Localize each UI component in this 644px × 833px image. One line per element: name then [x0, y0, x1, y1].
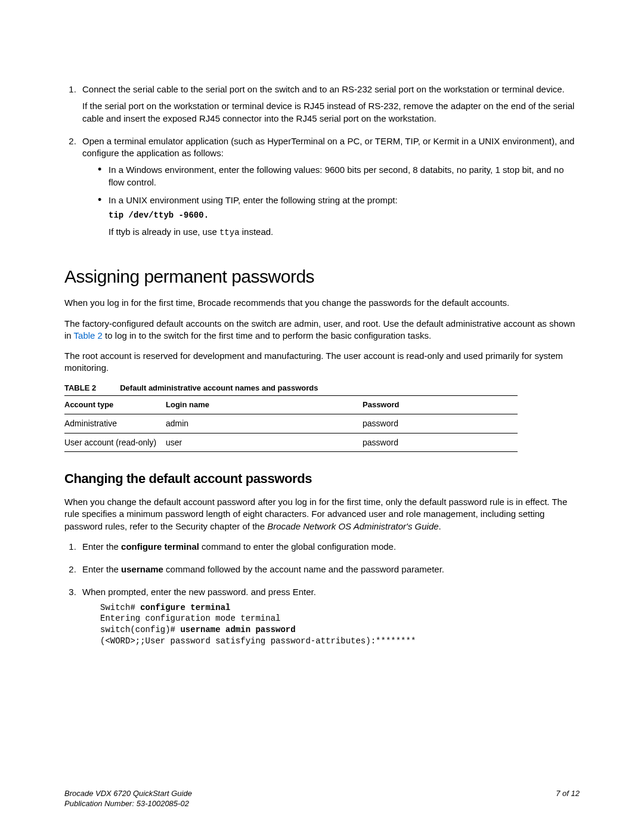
- step-1: Connect the serial cable to the serial p…: [79, 83, 580, 125]
- para-login: When you log in for the first time, Broc…: [64, 297, 580, 309]
- tip-command: tip /dev/ttyb -9600.: [109, 210, 580, 221]
- step-2-bullets: In a Windows environment, enter the foll…: [98, 164, 580, 239]
- heading-assigning: Assigning permanent passwords: [64, 265, 580, 289]
- heading-changing: Changing the default account passwords: [64, 470, 580, 488]
- step-1-text: Connect the serial cable to the serial p…: [82, 83, 580, 95]
- table-row: Administrative admin password: [64, 414, 518, 433]
- th-login-name: Login name: [166, 396, 363, 414]
- numbered-steps: Connect the serial cable to the serial p…: [64, 83, 580, 239]
- para-root: The root account is reserved for develop…: [64, 350, 580, 374]
- table-row: User account (read-only) user password: [64, 433, 518, 452]
- footer-title: Brocade VDX 6720 QuickStart Guide: [64, 788, 192, 799]
- ttyb-note: If ttyb is already in use, use ttya inst…: [109, 226, 580, 239]
- step-2: Open a terminal emulator application (su…: [79, 135, 580, 239]
- footer-page: 7 of 12: [556, 788, 580, 809]
- para-change: When you change the default account pass…: [64, 496, 580, 532]
- bullet-unix-text: In a UNIX environment using TIP, enter t…: [109, 195, 398, 205]
- change-step-1: Enter the configure terminal command to …: [79, 541, 580, 553]
- accounts-table: Account type Login name Password Adminis…: [64, 396, 518, 452]
- th-password: Password: [363, 396, 518, 414]
- change-step-2: Enter the username command followed by t…: [79, 563, 580, 575]
- table-label: TABLE 2: [64, 383, 96, 392]
- terminal-output: Switch# configure terminal Entering conf…: [100, 602, 580, 648]
- footer-pub: Publication Number: 53-1002085-02: [64, 798, 192, 809]
- para-factory: The factory-configured default accounts …: [64, 318, 580, 342]
- step-1-note: If the serial port on the workstation or…: [82, 100, 580, 125]
- table-2-link[interactable]: Table 2: [74, 330, 103, 340]
- table-caption: TABLE 2Default administrative account na…: [64, 383, 518, 397]
- book-title: Brocade Network OS Administrator's Guide: [267, 521, 438, 531]
- bullet-unix: In a UNIX environment using TIP, enter t…: [98, 194, 580, 239]
- change-step-3: When prompted, enter the new password. a…: [79, 586, 580, 647]
- table-title: Default administrative account names and…: [120, 383, 318, 392]
- page-footer: Brocade VDX 6720 QuickStart Guide Public…: [64, 788, 580, 809]
- step-2-text: Open a terminal emulator application (su…: [82, 135, 580, 160]
- change-steps: Enter the configure terminal command to …: [64, 541, 580, 647]
- th-account-type: Account type: [64, 396, 166, 414]
- bullet-windows: In a Windows environment, enter the foll…: [98, 164, 580, 188]
